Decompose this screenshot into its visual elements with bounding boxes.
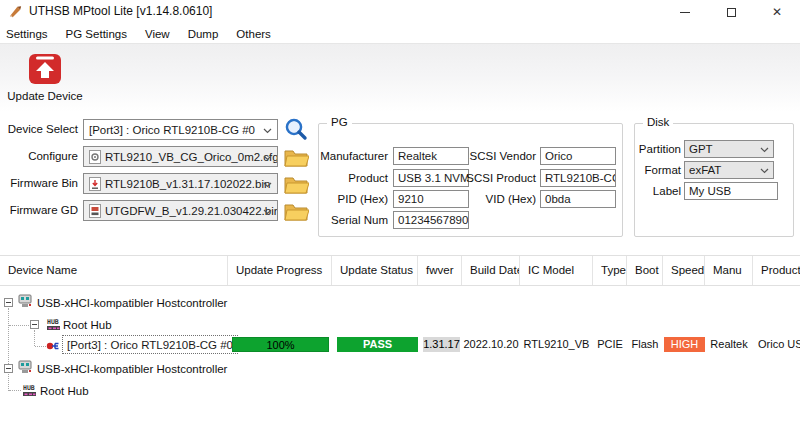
chevron-down-icon [760,168,769,174]
selected-device-row[interactable]: [Port3] : Orico RTL9210B-CG #0 [62,335,238,354]
usb-device-icon [46,339,60,352]
menu-pg-settings[interactable]: PG Settings [57,28,136,40]
tree-node-root-hub-2[interactable]: Root Hub [40,380,89,402]
titlebar: UTHSB MPtool Lite [v1.14.8.0610] ✕ [0,0,800,24]
minimize-button[interactable] [662,0,708,24]
col-device-name[interactable]: Device Name [0,256,228,285]
maximize-button[interactable] [708,0,754,24]
scsi-product-field[interactable]: RTL9210B-CG [540,169,616,187]
update-progress-bar: 100% [232,337,329,352]
firmware-bin-label: Firmware Bin [0,173,78,194]
device-select-label: Device Select [0,119,78,140]
scsi-vendor-field[interactable]: Orico [540,147,616,165]
partition-combo[interactable]: GPT [684,140,774,158]
tree-line [8,374,9,391]
partition-value: GPT [689,143,713,155]
col-update-progress[interactable]: Update Progress [228,256,332,285]
device-select-value: [Port3] : Orico RTL9210B-CG #0 [89,124,277,136]
col-speed[interactable]: Speed [663,256,705,285]
col-type[interactable]: Type [593,256,627,285]
firmware-gd-value: UTGDFW_B_v1.29.21.030422.bin [105,205,277,217]
firmware-gd-file-icon [89,204,101,218]
search-icon[interactable] [283,117,309,141]
serial-num-label: Serial Num [308,211,388,229]
table-header: Device Name Update Progress Update Statu… [0,255,800,286]
col-ic-model[interactable]: IC Model [520,256,593,285]
menu-view[interactable]: View [136,28,179,40]
col-boot[interactable]: Boot [627,256,663,285]
app-logo-icon [8,4,23,19]
product-value: Orico US [758,337,800,352]
boot-value: Flash [627,337,663,352]
firmware-gd-label: Firmware GD [0,200,78,221]
tree-line [9,390,21,391]
manufacturer-label: Manufacturer [308,147,388,165]
configure-combo[interactable]: RTL9210_VB_CG_Orico_0m2.cfg [83,146,278,167]
chevron-down-icon [263,209,272,215]
svg-text:HUB: HUB [23,384,35,392]
fwver-value: 1.31.17 [423,337,460,352]
col-manu[interactable]: Manu [705,256,753,285]
update-device-label: Update Device [6,90,84,102]
ic-model-value: RTL9210_VB [520,337,593,352]
serial-num-field[interactable]: 012345678903 [393,211,469,229]
build-date-value: 2022.10.20 [462,337,520,352]
col-build-date[interactable]: Build Date [462,256,520,285]
hub-icon: HUB [22,383,37,398]
firmware-bin-file-icon [89,177,101,191]
disk-label-field[interactable]: My USB [684,182,778,200]
menu-others[interactable]: Others [227,28,280,40]
tree-node-hostcontroller-1[interactable]: USB-xHCI-kompatibler Hostcontroller [37,292,227,314]
app-window: UTHSB MPtool Lite [v1.14.8.0610] ✕ Setti… [0,0,800,431]
pid-hex-label: PID (Hex) [308,190,388,208]
menu-settings[interactable]: Settings [0,28,57,40]
tree-line [35,346,46,347]
col-fwver[interactable]: fwver [418,256,462,285]
scsi-product-label: SCSI Product [455,169,536,187]
type-value: PCIE [593,337,627,352]
disk-groupbox-title: Disk [643,116,673,128]
firmware-gd-folder-icon[interactable] [283,200,309,224]
window-title: UTHSB MPtool Lite [v1.14.8.0610] [29,4,212,18]
minimize-icon [680,12,690,13]
menubar: Settings PG Settings View Dump Others [0,24,800,43]
product-label: Product [308,169,388,187]
vid-hex-field[interactable]: 0bda [540,190,616,208]
hub-icon: HUB [46,317,61,332]
configure-label: Configure [0,146,78,167]
tree-line [34,330,35,346]
tree-node-hostcontroller-2[interactable]: USB-xHCI-kompatibler Hostcontroller [37,358,227,380]
col-update-status[interactable]: Update Status [332,256,418,285]
expand-toggle[interactable] [30,320,39,329]
menu-dump[interactable]: Dump [179,28,228,40]
chevron-down-icon [263,128,272,134]
firmware-bin-folder-icon[interactable] [283,173,309,197]
close-button[interactable]: ✕ [754,0,800,24]
chevron-down-icon [760,147,769,153]
device-select-combo[interactable]: [Port3] : Orico RTL9210B-CG #0 [83,119,278,140]
format-value: exFAT [689,164,721,176]
config-file-icon [89,150,101,164]
chevron-down-icon [263,182,272,188]
maximize-icon [727,8,736,17]
update-status-badge: PASS [337,337,418,352]
format-combo[interactable]: exFAT [684,161,774,179]
configure-folder-icon[interactable] [283,146,309,170]
firmware-bin-combo[interactable]: RTL9210B_v1.31.17.102022.bin [83,173,278,194]
pg-groupbox-title: PG [327,116,352,128]
expand-toggle[interactable] [4,364,13,373]
selected-device-label: [Port3] : Orico RTL9210B-CG #0 [67,339,233,351]
firmware-bin-value: RTL9210B_v1.31.17.102022.bin [105,178,277,190]
close-icon: ✕ [772,6,782,18]
chevron-down-icon [263,155,272,161]
expand-toggle[interactable] [4,298,13,307]
col-product[interactable]: Product [753,256,800,285]
manu-value: Realtek [705,337,753,352]
firmware-gd-combo[interactable]: UTGDFW_B_v1.29.21.030422.bin [83,200,278,221]
host-controller-icon [18,294,32,308]
update-device-button[interactable]: Update Device [6,49,84,109]
format-label: Format [629,161,681,179]
vid-hex-label: VID (Hex) [455,190,536,208]
speed-badge: HIGH [664,337,705,352]
tree-node-root-hub-1[interactable]: Root Hub [63,314,112,336]
